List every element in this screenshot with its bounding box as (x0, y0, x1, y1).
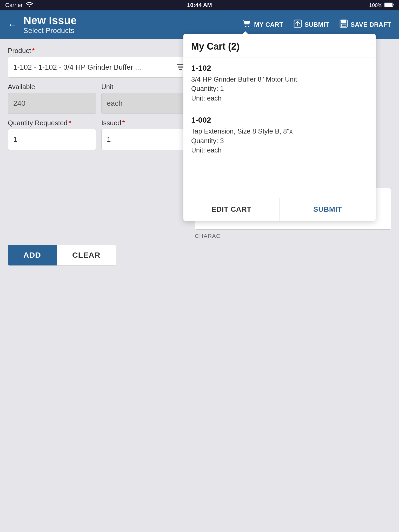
svg-rect-7 (341, 20, 346, 23)
clear-button[interactable]: CLEAR (57, 245, 116, 265)
status-right: 100% (369, 2, 394, 8)
status-left: Carrier (5, 2, 33, 9)
status-time: 10:44 AM (187, 2, 212, 9)
svg-point-4 (248, 26, 249, 27)
spacer2 (8, 178, 190, 240)
cart-popup-header: My Cart (2) (183, 34, 376, 57)
back-button[interactable]: ← (8, 19, 17, 30)
cart-item-2: 1-002 Tap Extension, Size 8 Style B, 8"x… (183, 109, 376, 161)
page-title: New Issue (23, 15, 77, 26)
issued-label: Issued* (101, 119, 190, 127)
battery-icon (384, 2, 394, 8)
nav-title-group: New Issue Select Products (23, 15, 77, 35)
cart-item-2-desc: Tap Extension, Size 8 Style B, 8"x Quant… (191, 127, 368, 155)
issued-group: Issued* (101, 119, 190, 150)
svg-rect-1 (385, 3, 392, 6)
submit-label: SUBMIT (304, 21, 329, 28)
product-input[interactable] (8, 59, 172, 76)
unit-label: Unit (101, 83, 190, 91)
cart-item-1: 1-102 3/4 HP Grinder Buffer 8" Motor Uni… (183, 57, 376, 109)
battery-label: 100% (369, 2, 382, 8)
issued-input[interactable] (101, 129, 190, 150)
cart-title: My Cart (191, 41, 225, 52)
cart-popup-arrow (240, 31, 251, 37)
nav-actions: MY CART SUBMIT SAVE DRAFT (242, 19, 391, 30)
quantity-requested-input[interactable] (8, 129, 96, 150)
submit-icon (294, 19, 302, 30)
save-draft-icon (340, 19, 348, 30)
product-input-wrapper (8, 57, 190, 78)
my-cart-button[interactable]: MY CART (242, 19, 283, 30)
available-input (8, 93, 96, 114)
cart-count: (2) (228, 41, 240, 52)
save-draft-label: SAVE DRAFT (350, 21, 391, 28)
my-cart-label: MY CART (254, 21, 283, 28)
svg-point-3 (245, 26, 247, 27)
save-draft-button[interactable]: SAVE DRAFT (340, 19, 391, 30)
svg-rect-11 (179, 69, 182, 70)
status-bar: Carrier 10:44 AM 100% (0, 0, 399, 10)
chars-label: CHARAC (195, 233, 391, 240)
cart-item-1-desc: 3/4 HP Grinder Buffer 8" Motor Unit Quan… (191, 75, 368, 103)
action-row: ADD CLEAR (8, 245, 391, 265)
cart-popup-spacer (183, 161, 376, 198)
cart-item-1-code: 1-102 (191, 64, 368, 72)
unit-group: Unit (101, 83, 190, 114)
wifi-icon (26, 2, 33, 9)
product-group: Product* (8, 47, 190, 78)
available-label: Available (8, 83, 96, 91)
unit-input (101, 93, 190, 114)
cart-item-2-code: 1-002 (191, 116, 368, 124)
carrier-label: Carrier (5, 2, 23, 9)
cart-popup-footer: EDIT CART SUBMIT (183, 198, 376, 221)
quantity-requested-label: Quantity Requested* (8, 119, 96, 127)
product-label: Product* (8, 47, 190, 55)
svg-rect-2 (393, 4, 394, 5)
cart-submit-button[interactable]: SUBMIT (280, 198, 376, 221)
cart-popup: My Cart (2) 1-102 3/4 HP Grinder Buffer … (183, 34, 376, 221)
svg-rect-10 (178, 66, 184, 68)
available-group: Available (8, 83, 96, 114)
edit-cart-button[interactable]: EDIT CART (183, 198, 280, 221)
submit-button[interactable]: SUBMIT (294, 19, 329, 30)
svg-rect-8 (341, 24, 346, 27)
page-subtitle: Select Products (23, 26, 77, 35)
quantity-requested-group: Quantity Requested* (8, 119, 96, 150)
add-button[interactable]: ADD (8, 245, 57, 265)
cart-icon (242, 19, 251, 30)
